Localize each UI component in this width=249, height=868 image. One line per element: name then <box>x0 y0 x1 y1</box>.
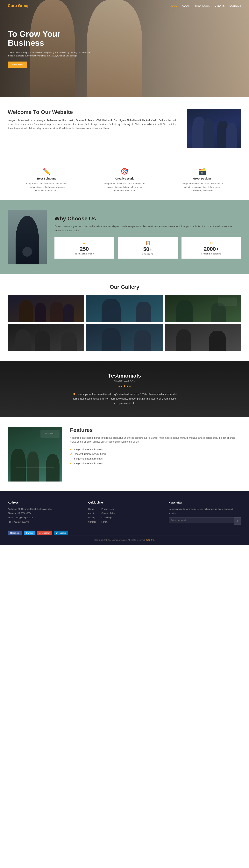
stat-label-3: SATISFIED CLIENTS <box>186 253 237 255</box>
feature-list: Integer sit amet mattis quam Praesent ul… <box>70 447 241 466</box>
main-nav: Corp Group HOME ABOUT DROPDOWN EVENTS CO… <box>0 0 249 11</box>
stat-label-1: COMPLETED WORK <box>59 253 109 255</box>
gallery-item-1[interactable] <box>8 295 84 322</box>
why-content: Why Choose Us Donec cursus congue risus.… <box>55 216 241 258</box>
hero-section: To Grow Your Business Lorem Ipsum is sim… <box>0 0 249 97</box>
service-desc-3: Integer unde omnis iste natus dolore ips… <box>181 182 224 192</box>
footer-link-contact[interactable]: Contact <box>88 520 96 524</box>
welcome-section: Welcome To Our Website Integer pulvinar … <box>0 97 249 160</box>
footer-link-forum[interactable]: Forum <box>101 520 115 524</box>
gallery-item-4[interactable] <box>8 324 84 351</box>
why-heading: Why Choose Us <box>55 216 241 222</box>
brand-logo[interactable]: Corp Group <box>8 3 30 8</box>
hero-read-more-button[interactable]: Read More <box>8 62 27 68</box>
footer-link-gallery[interactable]: Gallery <box>88 516 96 520</box>
footer-phone: Phone :- +12 536896304 <box>8 511 80 516</box>
nav-links: HOME ABOUT DROPDOWN EVENTS CONTACT <box>170 4 241 7</box>
testimonial-quote: " Lorem Ipsum has been the industry's st… <box>66 392 183 406</box>
footer-newsletter-col: Newsletter By subscribing to our mailing… <box>169 501 241 525</box>
gallery-item-6[interactable] <box>165 324 241 351</box>
service-item-3: 🗃️ Great Designs Integer unde omnis iste… <box>181 168 224 192</box>
stat-projects: 📋 50+ PROJECTS <box>118 237 178 258</box>
gallery-item-2[interactable] <box>86 295 163 322</box>
copyright-text: Copyright © 2018 Company name. All right… <box>94 539 145 541</box>
features-description: Vestibulum ante ipsum primis in faucibus… <box>70 436 241 444</box>
testimonial-name: SHANE WATSON <box>8 380 241 382</box>
why-section: Why Choose Us Donec cursus congue risus.… <box>0 200 249 274</box>
great-designs-icon: 🗃️ <box>181 168 224 175</box>
newsletter-submit-button[interactable]: ➤ <box>234 517 241 525</box>
best-solutions-icon: ✏️ <box>25 168 68 175</box>
why-person-image <box>8 210 47 265</box>
footer-address-heading: Address <box>8 501 80 504</box>
stat-number-3: 2000+ <box>186 246 237 252</box>
copyright-link[interactable]: 版权信息 <box>146 539 155 541</box>
gallery-heading: Our Gallery <box>8 284 241 290</box>
features-image: washroom& <box>8 427 62 482</box>
gallery-item-3[interactable] <box>165 295 241 322</box>
gallery-section: Our Gallery <box>0 274 249 361</box>
projects-icon: 📋 <box>123 241 173 245</box>
footer: Address Address :- 1234 Lorem Street, Pe… <box>0 491 249 546</box>
stat-number-1: 250 <box>59 246 109 252</box>
gallery-item-5[interactable] <box>86 324 163 351</box>
testimonials-heading: Testimonials <box>8 373 241 379</box>
footer-top: Address Address :- 1234 Lorem Street, Pe… <box>8 501 241 525</box>
footer-address-col: Address Address :- 1234 Lorem Street, Pe… <box>8 501 80 525</box>
nav-home[interactable]: HOME <box>170 4 177 7</box>
hero-content: To Grow Your Business Lorem Ipsum is sim… <box>0 30 101 68</box>
testimonial-stars: ★★★★★ <box>8 384 241 388</box>
facebook-button[interactable]: f facebook <box>8 531 22 535</box>
welcome-image <box>187 109 241 148</box>
welcome-paragraph: Integer pulvinar leo id viverra feugiat.… <box>8 118 179 130</box>
clients-icon: ☺ <box>186 241 237 245</box>
welcome-heading: Welcome To Our Website <box>8 109 179 115</box>
twitter-button[interactable]: t twitter <box>24 531 35 535</box>
footer-link-about[interactable]: About <box>88 511 96 516</box>
nav-events[interactable]: EVENTS <box>215 4 225 7</box>
stat-label-2: PROJECTS <box>123 253 173 255</box>
footer-link-privacy[interactable]: Privacy Policy <box>101 507 115 511</box>
testimonials-section: Testimonials SHANE WATSON ★★★★★ " Lorem … <box>0 361 249 417</box>
hero-title: To Grow Your Business <box>8 30 94 48</box>
linkedin-button[interactable]: in linkedin <box>54 531 68 535</box>
footer-newsletter-heading: Newsletter <box>169 501 241 504</box>
service-title-1: Best Solutions <box>25 177 68 180</box>
footer-links-col: Quick Links Home About Gallery Contact P… <box>88 501 161 525</box>
why-description: Donec cursus congue risus. Ipso varius v… <box>55 224 241 232</box>
features-section: washroom& Features Vestibulum ante ipsum… <box>0 417 249 491</box>
services-row: ✏️ Best Solutions Integer unde omnis ist… <box>0 160 249 200</box>
footer-links-heading: Quick Links <box>88 501 161 504</box>
social-links: f facebook t twitter g+ google+ in linke… <box>8 531 241 535</box>
service-item-1: ✏️ Best Solutions Integer unde omnis ist… <box>25 168 68 192</box>
features-heading: Features <box>70 427 241 433</box>
nav-dropdown[interactable]: DROPDOWN <box>195 4 210 7</box>
service-item-2: 🎯 Creative Work Integer unde omnis iste … <box>103 168 146 192</box>
footer-link-knowledge[interactable]: Knowledge <box>101 516 115 520</box>
google-plus-button[interactable]: g+ google+ <box>37 531 52 535</box>
footer-email: Email :- info@sample.com <box>8 516 80 520</box>
nav-contact[interactable]: CONTACT <box>229 4 241 7</box>
gallery-grid <box>8 295 241 351</box>
newsletter-email-input[interactable] <box>169 517 234 523</box>
footer-link-home[interactable]: Home <box>88 507 96 511</box>
feature-list-item-3: Integer sit amet mattis quam <box>70 456 241 461</box>
creative-work-icon: 🎯 <box>103 168 146 175</box>
nav-about[interactable]: ABOUT <box>182 4 191 7</box>
close-quote-icon: " <box>133 401 136 409</box>
features-text: Features Vestibulum ante ipsum primis in… <box>70 427 241 466</box>
stat-completed: ≡ 250 COMPLETED WORK <box>55 237 114 258</box>
service-desc-1: Integer unde omnis iste natus dolore ips… <box>25 182 68 192</box>
footer-fax: Fax :- +12 536896304 <box>8 520 80 524</box>
footer-links-col2: Privacy Policy General Rules Knowledge F… <box>101 507 115 524</box>
stats-row: ≡ 250 COMPLETED WORK 📋 50+ PROJECTS ☺ 20… <box>55 237 241 258</box>
footer-links-col1: Home About Gallery Contact <box>88 507 96 524</box>
feature-list-item-4: Integer sit amet mattis quam <box>70 461 241 466</box>
footer-link-rules[interactable]: General Rules <box>101 511 115 516</box>
hero-description: Lorem Ipsum is simply dummy text of the … <box>8 51 94 58</box>
service-title-3: Great Designs <box>181 177 224 180</box>
footer-bottom: Copyright © 2018 Company name. All right… <box>8 535 241 541</box>
completed-icon: ≡ <box>59 241 109 245</box>
stat-clients: ☺ 2000+ SATISFIED CLIENTS <box>181 237 241 258</box>
feature-list-item-1: Integer sit amet mattis quam <box>70 447 241 452</box>
